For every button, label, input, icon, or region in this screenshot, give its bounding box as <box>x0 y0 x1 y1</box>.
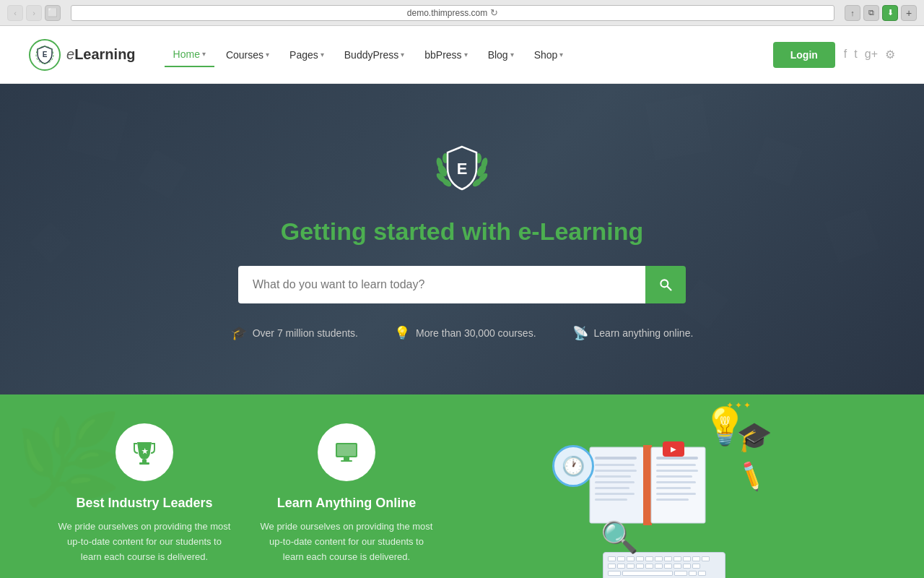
social-icons: f t g+ ⚙ <box>844 48 895 61</box>
magnifier-icon: 🔍 <box>601 519 638 555</box>
facebook-icon[interactable]: f <box>844 48 847 61</box>
nav-item-blog[interactable]: Blog ▾ <box>479 43 523 66</box>
settings-icon[interactable]: ⚙ <box>885 48 895 61</box>
stat-courses: 💡 More than 30,000 courses. <box>394 325 536 341</box>
forward-button[interactable]: › <box>26 5 42 21</box>
clock-icon: 🕐 <box>552 445 594 487</box>
tab-button[interactable]: ⬜ <box>45 5 61 21</box>
svg-rect-39 <box>643 445 652 525</box>
search-bar <box>238 266 686 303</box>
login-button[interactable]: Login <box>773 42 835 68</box>
svg-rect-7 <box>824 208 880 264</box>
illustration-area: 💡 ✦✦✦ 🎓 ▶ 🕐 <box>448 423 881 578</box>
pencil-icon: ✏️ <box>734 459 769 493</box>
graduation-cap-icon: 🎓 <box>736 420 772 454</box>
svg-text:E: E <box>43 51 48 59</box>
graduation-icon: 🎓 <box>231 325 247 341</box>
svg-rect-35 <box>595 481 635 483</box>
svg-rect-43 <box>656 470 698 472</box>
trophy-icon: ★ <box>131 439 157 465</box>
svg-rect-44 <box>656 475 692 478</box>
svg-rect-47 <box>656 493 696 495</box>
green-section: 🌿 ★ Best Industry Leaders We pride ourse… <box>0 394 924 578</box>
svg-rect-46 <box>656 487 691 489</box>
navbar: E eLearning Home ▾ Courses ▾ Pages ▾ Bud… <box>0 26 924 84</box>
search-icon <box>658 277 673 292</box>
logo-shield-icon: E <box>35 45 55 65</box>
search-button[interactable] <box>645 266 686 303</box>
svg-rect-45 <box>656 481 696 483</box>
stat-online: 📡 Learn anything online. <box>572 325 694 341</box>
feature-2-title: Learn Anything Online <box>260 496 433 511</box>
svg-rect-5 <box>752 136 803 186</box>
nav-item-bbpress[interactable]: bbPress ▾ <box>416 43 476 66</box>
keyboard-illustration <box>603 552 725 578</box>
svg-rect-4 <box>645 94 712 161</box>
address-bar[interactable]: demo.thimpress.com ↻ <box>71 5 834 21</box>
back-button[interactable]: ‹ <box>7 5 23 21</box>
svg-text:E: E <box>457 160 468 178</box>
svg-rect-27 <box>337 444 356 456</box>
svg-rect-33 <box>595 470 637 472</box>
nav-item-shop[interactable]: Shop ▾ <box>526 43 572 66</box>
browser-navigation: ‹ › ⬜ <box>7 5 61 21</box>
feature-1-title: Best Industry Leaders <box>58 496 231 511</box>
logo[interactable]: E eLearning <box>29 39 136 71</box>
svg-rect-34 <box>595 475 631 478</box>
svg-rect-29 <box>341 460 352 462</box>
feature-industry-leaders: ★ Best Industry Leaders We pride ourselv… <box>43 423 245 564</box>
duplicate-button[interactable]: ⧉ <box>863 5 879 21</box>
hero-badge: E <box>430 138 494 203</box>
twitter-icon[interactable]: t <box>854 48 857 61</box>
svg-rect-48 <box>656 499 689 501</box>
hero-title: Getting started with e-Learning <box>281 217 644 246</box>
svg-rect-36 <box>595 487 629 489</box>
svg-text:★: ★ <box>141 447 149 455</box>
feature-trophy-circle: ★ <box>116 423 173 481</box>
svg-rect-31 <box>595 457 637 460</box>
refresh-icon[interactable]: ↻ <box>490 7 498 18</box>
svg-rect-9 <box>679 279 729 329</box>
feature-learn-online: Learn Anything Online We pride ourselves… <box>245 423 448 564</box>
svg-rect-23 <box>142 460 147 462</box>
search-input[interactable] <box>238 266 645 303</box>
monitor-icon <box>334 439 359 465</box>
download-button[interactable]: ⬇ <box>882 5 898 21</box>
site-wrapper: E eLearning Home ▾ Courses ▾ Pages ▾ Bud… <box>0 26 924 578</box>
svg-rect-6 <box>30 223 71 264</box>
svg-rect-38 <box>595 499 627 501</box>
svg-rect-37 <box>595 493 635 495</box>
nav-item-home[interactable]: Home ▾ <box>165 43 214 67</box>
logo-text: eLearning <box>66 46 136 63</box>
svg-line-22 <box>668 286 671 290</box>
open-book-illustration <box>586 444 709 527</box>
nav-item-buddypress[interactable]: BuddyPress ▾ <box>336 43 413 66</box>
share-button[interactable]: ↑ <box>845 5 860 21</box>
hero-title-green: e-Learning <box>518 217 643 245</box>
nav-item-pages[interactable]: Pages ▾ <box>281 43 333 66</box>
stat-students-text: Over 7 million students. <box>253 327 358 339</box>
googleplus-icon[interactable]: g+ <box>865 48 878 61</box>
courses-icon: 💡 <box>394 325 410 341</box>
nav-item-courses[interactable]: Courses ▾ <box>217 43 278 66</box>
browser-chrome: ‹ › ⬜ demo.thimpress.com ↻ ↑ ⧉ ⬇ + <box>0 0 924 26</box>
svg-rect-41 <box>656 457 698 460</box>
feature-2-desc: We pride ourselves on providing the most… <box>260 519 433 564</box>
nav-right: Login f t g+ ⚙ <box>773 42 895 68</box>
lightbulb-rays: ✦✦✦ <box>726 400 752 410</box>
hero-stats: 🎓 Over 7 million students. 💡 More than 3… <box>231 325 694 341</box>
svg-rect-42 <box>656 464 696 466</box>
play-button-icon: ▶ <box>663 441 684 457</box>
svg-rect-32 <box>595 464 635 466</box>
stat-online-text: Learn anything online. <box>594 327 694 339</box>
logo-icon: E <box>29 39 61 71</box>
svg-rect-3 <box>138 150 187 199</box>
svg-rect-2 <box>66 100 128 162</box>
url-text: demo.thimpress.com <box>407 8 487 18</box>
stat-students: 🎓 Over 7 million students. <box>231 325 358 341</box>
hero-title-plain: Getting started with <box>281 217 518 245</box>
feature-monitor-circle <box>318 423 375 481</box>
new-tab-button[interactable]: + <box>901 5 917 21</box>
feature-1-desc: We pride ourselves on providing the most… <box>58 519 231 564</box>
svg-rect-28 <box>344 457 349 460</box>
